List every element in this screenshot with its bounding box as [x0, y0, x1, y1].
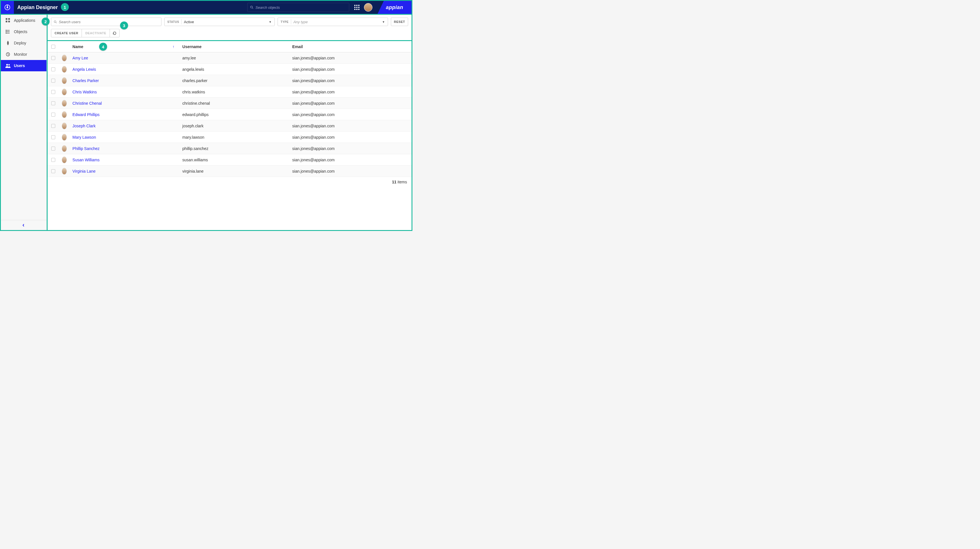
global-search[interactable]: [247, 3, 349, 12]
user-avatar[interactable]: [364, 3, 372, 12]
svg-rect-11: [6, 18, 7, 20]
table-row: Virginia Lane virginia.lane sian.jones@a…: [48, 165, 412, 177]
table-footer: 11 items: [48, 177, 412, 187]
user-name-link[interactable]: Susan Williams: [73, 158, 100, 162]
svg-point-16: [6, 32, 6, 32]
row-checkbox[interactable]: [51, 56, 55, 60]
user-name-link[interactable]: Joseph Clark: [73, 124, 96, 128]
row-checkbox[interactable]: [51, 90, 55, 94]
user-name-link[interactable]: Angela Lewis: [73, 67, 96, 71]
sidebar-item-applications[interactable]: Applications: [1, 15, 46, 26]
table-row: Amy Lee amy.lee sian.jones@appian.com: [48, 52, 412, 63]
table-row: Mary Lawson mary.lawson sian.jones@appia…: [48, 132, 412, 143]
user-search-input[interactable]: [59, 20, 159, 24]
app-title: Appian Designer: [17, 5, 58, 11]
table-row: Charles Parker charles.parker sian.jones…: [48, 75, 412, 86]
create-user-button[interactable]: CREATE USER: [51, 29, 82, 37]
user-search[interactable]: [51, 17, 161, 26]
callout-2: 2: [41, 17, 49, 25]
row-checkbox[interactable]: [51, 124, 55, 128]
user-email: sian.jones@appian.com: [292, 124, 335, 128]
table-row: Susan Williams susan.williams sian.jones…: [48, 154, 412, 165]
reset-button[interactable]: RESET: [391, 17, 408, 26]
sidebar-item-objects[interactable]: Objects: [1, 26, 46, 37]
column-username[interactable]: Username: [180, 44, 290, 49]
users-table: 4 Name ↑ Username Email Amy Lee amy.lee …: [48, 41, 412, 230]
brand-badge: appian: [377, 1, 412, 14]
app-logo[interactable]: [1, 1, 14, 14]
status-select[interactable]: STATUS Active ▼: [164, 17, 275, 26]
sidebar-item-label: Users: [14, 63, 25, 68]
type-label: TYPE: [281, 21, 289, 24]
user-avatar-sm: [62, 66, 67, 73]
compass-icon: [4, 4, 11, 11]
svg-rect-2: [354, 5, 355, 6]
table-row: Chris Watkins chris.watkins sian.jones@a…: [48, 86, 412, 98]
user-email: sian.jones@appian.com: [292, 169, 335, 173]
sidebar-item-users[interactable]: Users: [1, 60, 46, 71]
refresh-button[interactable]: [110, 29, 119, 37]
user-avatar-sm: [62, 55, 67, 62]
row-checkbox[interactable]: [51, 79, 55, 83]
user-avatar-sm: [62, 100, 67, 107]
global-search-input[interactable]: [256, 5, 347, 10]
svg-rect-5: [354, 7, 355, 8]
user-name-link[interactable]: Christine Chenal: [73, 101, 102, 106]
user-name-link[interactable]: Charles Parker: [73, 78, 99, 83]
sidebar-item-deploy[interactable]: Deploy: [1, 37, 46, 49]
caret-down-icon: ▼: [269, 21, 272, 24]
table-row: Edward Phillips edward.phillips sian.jon…: [48, 109, 412, 120]
svg-point-19: [6, 64, 8, 66]
user-username: charles.parker: [182, 78, 208, 83]
caret-down-icon: ▼: [382, 21, 385, 24]
svg-rect-3: [356, 5, 358, 6]
svg-rect-13: [6, 21, 7, 22]
row-checkbox[interactable]: [51, 158, 55, 162]
svg-rect-8: [354, 9, 355, 10]
sort-asc-icon: ↑: [172, 44, 175, 49]
select-all-checkbox[interactable]: [51, 45, 55, 49]
refresh-icon: [113, 32, 116, 35]
row-checkbox[interactable]: [51, 169, 55, 173]
user-username: phillip.sanchez: [182, 146, 208, 151]
chevron-left-icon: [22, 224, 25, 227]
sidebar-collapse[interactable]: [1, 220, 46, 230]
user-email: sian.jones@appian.com: [292, 146, 335, 151]
user-name-link[interactable]: Amy Lee: [73, 56, 88, 60]
row-checkbox[interactable]: [51, 135, 55, 139]
user-email: sian.jones@appian.com: [292, 90, 335, 94]
table-row: Joseph Clark joseph.clark sian.jones@app…: [48, 120, 412, 132]
applications-icon: [5, 18, 11, 23]
row-checkbox[interactable]: [51, 147, 55, 151]
user-avatar-sm: [62, 145, 67, 152]
sidebar-item-monitor[interactable]: Monitor: [1, 49, 46, 60]
svg-rect-10: [358, 9, 360, 10]
callout-3: 3: [120, 22, 128, 29]
user-name-link[interactable]: Edward Phillips: [73, 112, 100, 117]
svg-point-20: [8, 64, 10, 66]
user-avatar-sm: [62, 168, 67, 175]
user-avatar-sm: [62, 77, 67, 84]
search-icon: [250, 5, 254, 10]
row-checkbox[interactable]: [51, 67, 55, 71]
callout-4: 4: [99, 43, 107, 51]
user-name-link[interactable]: Chris Watkins: [73, 90, 97, 94]
header-bar: Appian Designer 1 appian: [1, 1, 412, 14]
table-row: Christine Chenal christine.chenal sian.j…: [48, 98, 412, 109]
row-checkbox[interactable]: [51, 113, 55, 117]
column-email[interactable]: Email: [290, 44, 412, 49]
deploy-icon: [5, 41, 11, 45]
user-username: angela.lewis: [182, 67, 204, 71]
content-pane: 3 STATUS Active ▼ TYPE: [47, 15, 412, 230]
user-name-link[interactable]: Mary Lawson: [73, 135, 96, 140]
type-select[interactable]: TYPE Any type ▼: [278, 17, 388, 26]
column-name[interactable]: Name ↑: [70, 44, 180, 49]
user-username: edward.phillips: [182, 112, 209, 117]
row-checkbox[interactable]: [51, 101, 55, 105]
apps-grid-button[interactable]: [352, 3, 362, 12]
type-value: Any type: [293, 20, 308, 24]
user-name-link[interactable]: Phillip Sanchez: [73, 146, 100, 151]
user-name-link[interactable]: Virginia Lane: [73, 169, 95, 173]
items-label: items: [398, 180, 407, 184]
user-username: chris.watkins: [182, 90, 205, 94]
